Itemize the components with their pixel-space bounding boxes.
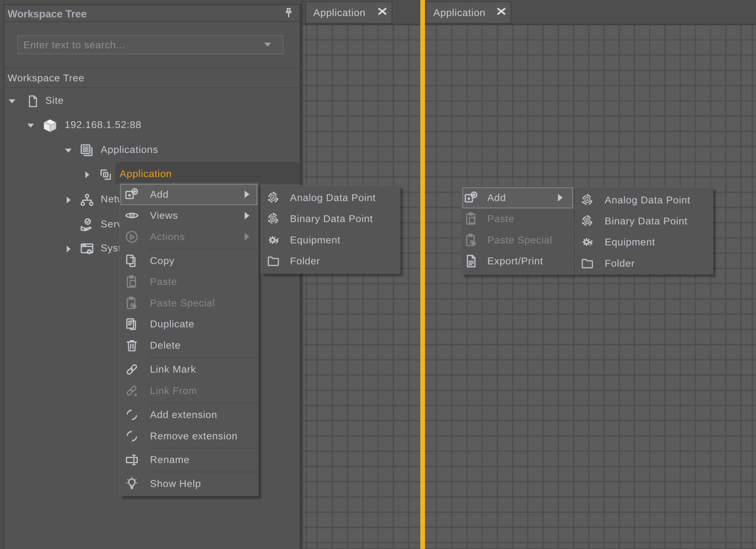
svg-text:B: B — [272, 216, 275, 221]
svg-text:B: B — [586, 219, 589, 223]
svg-text:A: A — [586, 198, 589, 202]
svg-text:A: A — [272, 195, 275, 200]
